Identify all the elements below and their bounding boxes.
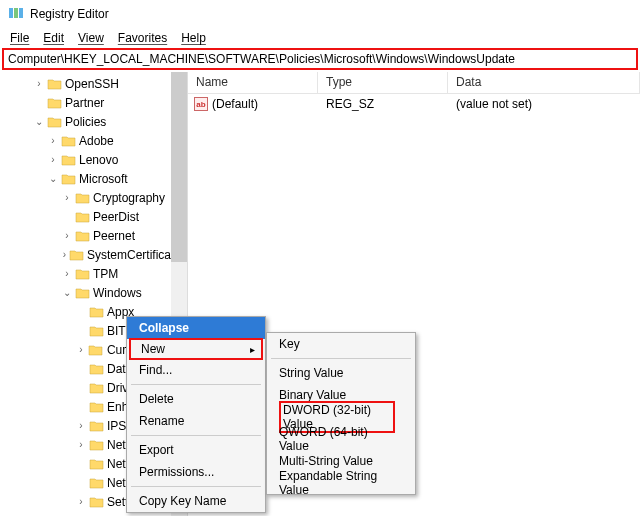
folder-icon	[88, 400, 104, 414]
ctx-new[interactable]: New▸	[129, 338, 263, 360]
menu-bar: File Edit View Favorites Help	[0, 28, 640, 48]
col-data[interactable]: Data	[448, 72, 640, 93]
ctx-rename[interactable]: Rename	[127, 410, 265, 432]
ctx-new-qword[interactable]: QWORD (64-bit) Value	[267, 428, 415, 450]
ctx-copy-key-name[interactable]: Copy Key Name	[127, 490, 265, 512]
folder-icon	[88, 381, 104, 395]
folder-icon	[74, 210, 90, 224]
folder-icon	[88, 362, 104, 376]
folder-icon	[60, 172, 76, 186]
folder-icon	[46, 77, 62, 91]
tree-tpm[interactable]: ›TPM	[4, 264, 187, 283]
menu-edit[interactable]: Edit	[37, 29, 70, 47]
menu-file[interactable]: File	[4, 29, 35, 47]
regedit-icon	[8, 6, 24, 22]
folder-icon	[60, 153, 76, 167]
ctx-collapse[interactable]: Collapse	[127, 317, 265, 339]
folder-icon	[88, 457, 104, 471]
folder-icon	[88, 476, 104, 490]
separator	[131, 384, 261, 385]
folder-icon	[88, 343, 104, 357]
folder-icon	[69, 248, 84, 262]
folder-icon	[88, 438, 104, 452]
tree-partner[interactable]: Partner	[4, 93, 187, 112]
separator	[131, 435, 261, 436]
folder-icon	[74, 267, 90, 281]
ctx-new-string[interactable]: String Value	[267, 362, 415, 384]
address-text: Computer\HKEY_LOCAL_MACHINE\SOFTWARE\Pol…	[8, 52, 515, 66]
submenu-arrow-icon: ▸	[250, 344, 255, 355]
ctx-export[interactable]: Export	[127, 439, 265, 461]
folder-icon	[74, 229, 90, 243]
window-title: Registry Editor	[30, 7, 109, 21]
tree-cryptography[interactable]: ›Cryptography	[4, 188, 187, 207]
tree-adobe[interactable]: ›Adobe	[4, 131, 187, 150]
ctx-find[interactable]: Find...	[127, 359, 265, 381]
folder-icon	[46, 96, 62, 110]
folder-icon	[74, 286, 90, 300]
menu-favorites[interactable]: Favorites	[112, 29, 173, 47]
string-value-icon: ab	[194, 97, 208, 111]
col-name[interactable]: Name	[188, 72, 318, 93]
context-submenu-new: Key String Value Binary Value DWORD (32-…	[266, 332, 416, 495]
folder-icon	[88, 324, 104, 338]
separator	[131, 486, 261, 487]
menu-view[interactable]: View	[72, 29, 110, 47]
tree-microsoft[interactable]: ⌄Microsoft	[4, 169, 187, 188]
tree-peerdist[interactable]: PeerDist	[4, 207, 187, 226]
folder-icon	[88, 495, 104, 509]
tree-lenovo[interactable]: ›Lenovo	[4, 150, 187, 169]
tree-windows[interactable]: ⌄Windows	[4, 283, 187, 302]
menu-help[interactable]: Help	[175, 29, 212, 47]
folder-icon	[88, 419, 104, 433]
ctx-new-key[interactable]: Key	[267, 333, 415, 355]
tree-peernet[interactable]: ›Peernet	[4, 226, 187, 245]
scrollbar-thumb[interactable]	[171, 72, 187, 262]
tree-openssh[interactable]: ›OpenSSH	[4, 74, 187, 93]
titlebar: Registry Editor	[0, 0, 640, 28]
tree-systemcertificates[interactable]: ›SystemCertificates	[4, 245, 187, 264]
folder-icon	[74, 191, 90, 205]
ctx-permissions[interactable]: Permissions...	[127, 461, 265, 483]
address-bar[interactable]: Computer\HKEY_LOCAL_MACHINE\SOFTWARE\Pol…	[2, 48, 638, 70]
folder-icon	[88, 305, 104, 319]
context-menu: Collapse New▸ Find... Delete Rename Expo…	[126, 316, 266, 513]
ctx-delete[interactable]: Delete	[127, 388, 265, 410]
ctx-new-expandstring[interactable]: Expandable String Value	[267, 472, 415, 494]
value-row-default[interactable]: ab(Default) REG_SZ (value not set)	[188, 94, 640, 114]
column-headers: Name Type Data	[188, 72, 640, 94]
col-type[interactable]: Type	[318, 72, 448, 93]
folder-icon	[46, 115, 62, 129]
separator	[271, 358, 411, 359]
folder-icon	[60, 134, 76, 148]
tree-policies[interactable]: ⌄Policies	[4, 112, 187, 131]
